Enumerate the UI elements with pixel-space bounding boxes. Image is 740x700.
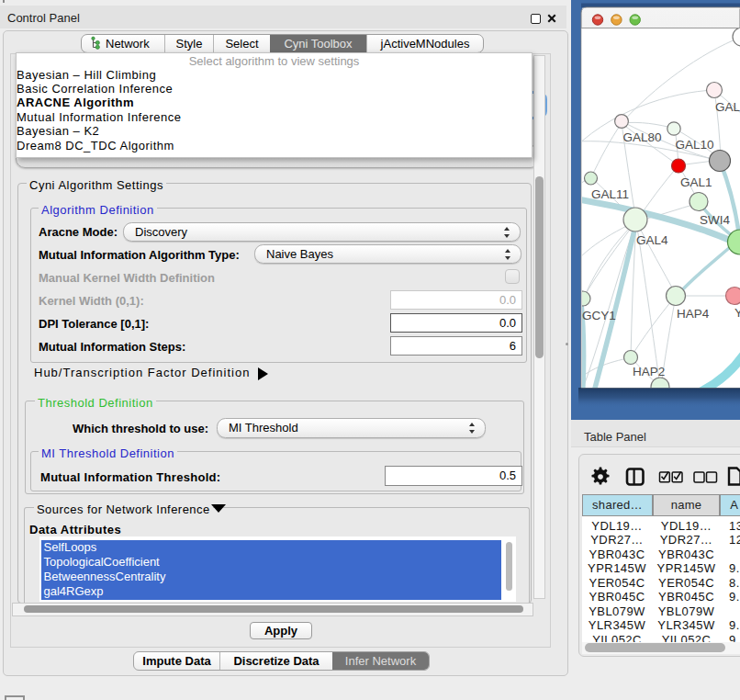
svg-text:HAP4: HAP4 bbox=[677, 307, 710, 321]
svg-text:GAL1: GAL1 bbox=[680, 175, 712, 189]
svg-text:GAL10: GAL10 bbox=[676, 138, 714, 152]
svg-text:HAP2: HAP2 bbox=[633, 365, 665, 378]
svg-text:GAL4: GAL4 bbox=[636, 233, 668, 247]
svg-text:GAL80: GAL80 bbox=[623, 130, 662, 144]
svg-text:GCY1: GCY1 bbox=[582, 309, 616, 322]
svg-text:GAL7: GAL7 bbox=[715, 100, 740, 114]
svg-text:Y: Y bbox=[734, 306, 740, 320]
svg-text:SWI4: SWI4 bbox=[700, 213, 730, 227]
svg-text:GAL11: GAL11 bbox=[591, 187, 629, 201]
